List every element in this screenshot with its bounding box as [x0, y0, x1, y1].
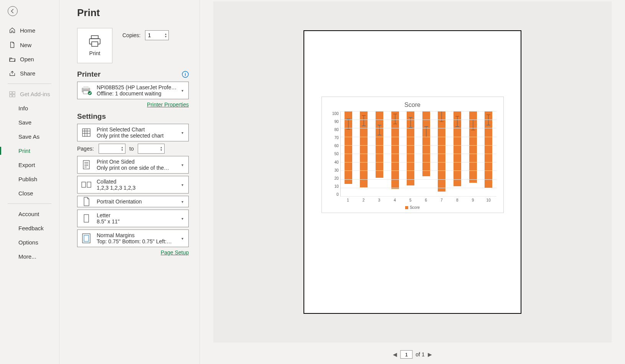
arrow-left-icon	[10, 8, 15, 14]
nav-new[interactable]: New	[0, 38, 59, 52]
print-what-dropdown[interactable]: Print Selected ChartOnly print the selec…	[77, 124, 189, 141]
svg-rect-0	[10, 92, 12, 94]
margins-icon	[78, 233, 95, 244]
nav-open-label: Open	[20, 56, 34, 62]
margins-l2: Top: 0.75" Bottom: 0.75" Left:…	[97, 238, 180, 244]
paper-dropdown[interactable]: Letter8.5" x 11" ▾	[77, 210, 189, 227]
back-button[interactable]	[8, 6, 18, 16]
nav-addins-label: Get Add-ins	[20, 91, 50, 97]
collated-l1: Collated	[97, 179, 180, 185]
nav-publish-label: Publish	[18, 176, 37, 182]
svg-point-12	[88, 91, 92, 95]
paper-l2: 8.5" x 11"	[97, 218, 180, 225]
nav-feedback-label: Feedback	[18, 225, 44, 231]
nav-separator	[8, 203, 51, 204]
nav-save[interactable]: Save	[0, 115, 59, 130]
svg-rect-15	[82, 182, 86, 187]
spinner-arrows[interactable]: ▲▼	[165, 33, 167, 38]
collated-l2: 1,2,3 1,2,3 1,2,3	[97, 185, 180, 191]
pages-from-spinner[interactable]: ▲▼	[99, 144, 125, 154]
pages-to-spinner[interactable]: ▲▼	[138, 144, 165, 154]
nav-export[interactable]: Export	[0, 158, 59, 172]
pages-to-input[interactable]	[138, 146, 153, 152]
print-preview-pane: Score 1009080706050403020100 12345678910…	[200, 0, 625, 364]
copies-spinner[interactable]: ▲▼	[145, 30, 169, 40]
svg-rect-1	[13, 92, 15, 94]
copies-label: Copies:	[122, 32, 140, 38]
nav-more[interactable]: More...	[0, 249, 59, 264]
page-setup-link[interactable]: Page Setup	[161, 249, 189, 256]
to-label: to	[129, 146, 134, 152]
chart-title: Score	[329, 102, 496, 108]
preview-page: Score 1009080706050403020100 12345678910…	[303, 30, 521, 314]
nav-saveas-label: Save As	[18, 133, 40, 140]
orientation-dropdown[interactable]: Portrait Orientation ▾	[77, 196, 189, 207]
nav-close-label: Close	[18, 190, 33, 197]
chart-legend: Score	[329, 202, 496, 210]
collated-dropdown[interactable]: Collated1,2,3 1,2,3 1,2,3 ▾	[77, 176, 189, 193]
preview-canvas: Score 1009080706050403020100 12345678910…	[213, 2, 612, 343]
page-navigator: ◀ of 1 ▶	[393, 350, 432, 359]
nav-publish[interactable]: Publish	[0, 172, 59, 186]
svg-rect-11	[83, 91, 89, 94]
nav-get-addins[interactable]: Get Add-ins	[0, 87, 59, 101]
home-icon	[8, 27, 16, 34]
printer-icon	[88, 35, 102, 47]
chevron-down-icon: ▾	[181, 131, 188, 135]
svg-rect-14	[83, 161, 89, 169]
backstage-sidebar: Home New Open Share Get Add-ins Info Sav…	[0, 0, 59, 364]
portrait-icon	[78, 197, 95, 207]
nav-options[interactable]: Options	[0, 235, 59, 249]
nav-new-label: New	[20, 42, 31, 48]
chevron-down-icon: ▾	[181, 200, 188, 204]
current-page-input[interactable]	[400, 350, 412, 359]
page-icon	[78, 160, 95, 170]
nav-account-label: Account	[18, 211, 39, 217]
chevron-down-icon: ▾	[181, 163, 188, 167]
prev-page-button[interactable]: ◀	[393, 351, 397, 357]
print-button[interactable]: Print	[77, 28, 112, 63]
legend-swatch	[405, 206, 408, 209]
copies-input[interactable]	[145, 32, 161, 38]
document-icon	[8, 41, 16, 48]
print-what-l2: Only print the selected chart	[97, 133, 180, 139]
nav-info[interactable]: Info	[0, 101, 59, 115]
chevron-down-icon: ▾	[181, 216, 188, 221]
nav-export-label: Export	[18, 162, 35, 168]
svg-rect-4	[91, 36, 98, 39]
pages-label: Pages:	[77, 146, 95, 152]
next-page-button[interactable]: ▶	[428, 351, 432, 357]
nav-feedback[interactable]: Feedback	[0, 221, 59, 235]
page-title: Print	[77, 7, 189, 19]
printer-properties-link[interactable]: Printer Properties	[147, 102, 189, 108]
nav-info-label: Info	[18, 105, 28, 111]
svg-text:i: i	[185, 72, 186, 77]
sided-dropdown[interactable]: Print One SidedOnly print on one side of…	[77, 156, 189, 174]
svg-rect-10	[83, 86, 89, 89]
nav-home[interactable]: Home	[0, 23, 59, 38]
nav-open[interactable]: Open	[0, 52, 59, 66]
pages-from-input[interactable]	[99, 146, 114, 152]
nav-account[interactable]: Account	[0, 207, 59, 221]
nav-share[interactable]: Share	[0, 66, 59, 80]
svg-rect-6	[92, 42, 98, 46]
nav-separator	[8, 84, 51, 84]
chart-x-axis: 12345678910	[329, 197, 496, 202]
chevron-down-icon: ▾	[181, 236, 188, 241]
nav-saveas[interactable]: Save As	[0, 130, 59, 144]
nav-more-label: More...	[18, 253, 36, 260]
nav-share-label: Share	[20, 70, 35, 77]
svg-rect-16	[87, 182, 91, 187]
spinner-arrows[interactable]: ▲▼	[121, 146, 124, 151]
share-icon	[8, 71, 16, 77]
spinner-arrows[interactable]: ▲▼	[160, 146, 163, 151]
nav-close[interactable]: Close	[0, 186, 59, 200]
nav-print[interactable]: Print	[0, 144, 59, 158]
addins-icon	[8, 91, 16, 97]
settings-heading: Settings	[77, 112, 106, 121]
printer-dropdown[interactable]: NPI08B525 (HP LaserJet Profe… Offline: 1…	[77, 82, 189, 99]
nav-save-label: Save	[18, 119, 31, 126]
page-count-label: of 1	[416, 351, 424, 357]
margins-dropdown[interactable]: Normal MarginsTop: 0.75" Bottom: 0.75" L…	[77, 230, 189, 247]
info-icon[interactable]: i	[182, 71, 189, 78]
